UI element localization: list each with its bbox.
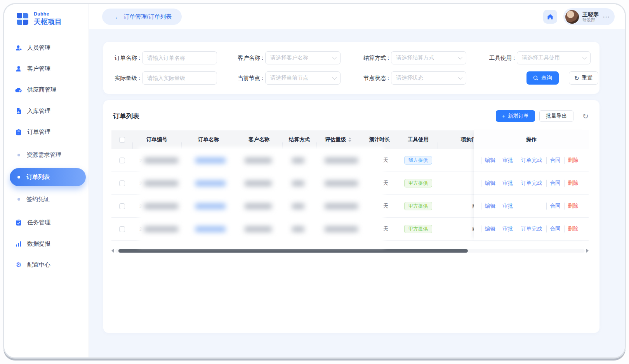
edit-link[interactable]: 编辑 xyxy=(481,180,499,187)
contract-link[interactable]: 合同 xyxy=(546,180,564,187)
sidebar-item-orders[interactable]: 订单管理 xyxy=(11,124,82,140)
table-card-header: 订单列表 + 新增订单 批量导出 ↻ xyxy=(103,100,599,122)
bullet-dot-icon xyxy=(17,154,20,156)
filter-label: 订单名称 : xyxy=(113,54,140,62)
col-tool: 工具使用 xyxy=(399,136,438,143)
sidebar-item-label: 任务管理 xyxy=(27,219,50,226)
sidebar: Dubhe 天枢项目 人员管理 客户管理 供应商管理 入 xyxy=(4,4,89,357)
col-settlement: 结算方式 xyxy=(282,136,316,143)
refresh-table-icon[interactable]: ↻ xyxy=(582,113,589,120)
tool-usage-select[interactable]: 请选择工具使用 xyxy=(517,51,591,64)
breadcrumb[interactable]: → 订单管理/订单列表 xyxy=(102,9,182,25)
customer-icon xyxy=(15,65,22,72)
brand-logo-icon xyxy=(15,12,30,26)
user-menu[interactable]: 王晓寒 研发部 ··· xyxy=(563,8,615,25)
gear-icon: ⚙ xyxy=(15,261,22,268)
filter-label: 实际量级 : xyxy=(113,75,140,82)
row-checkbox[interactable] xyxy=(119,203,125,209)
bar-chart-icon xyxy=(15,240,22,247)
user-dept: 研发部 xyxy=(582,17,599,23)
edit-link[interactable]: 编辑 xyxy=(481,225,499,232)
tool-tag: 甲方提供 xyxy=(404,225,432,234)
sidebar-item-order-list[interactable]: 订单列表 xyxy=(10,168,86,186)
filter-panel: 订单名称 : 客户名称 : 请选择客户名称 结算方式 : 请选择结算方式 工具使… xyxy=(103,42,599,94)
reset-button[interactable]: ↻ 重置 xyxy=(569,71,598,85)
sidebar-item-suppliers[interactable]: 供应商管理 xyxy=(11,82,82,97)
select-all-checkbox[interactable] xyxy=(119,137,125,143)
settlement-select[interactable]: 请选择结算方式 xyxy=(391,51,466,64)
approve-link[interactable]: 审批 xyxy=(499,203,517,210)
scrollbar-thumb[interactable] xyxy=(118,249,468,253)
scrollbar-track[interactable] xyxy=(115,249,585,253)
search-button[interactable]: 查询 xyxy=(526,71,559,85)
row-checkbox[interactable] xyxy=(119,158,125,163)
sidebar-item-customers[interactable]: 客户管理 xyxy=(11,61,82,76)
row-actions: 编辑 审批 订单完成 合同 删除 xyxy=(474,172,589,195)
chevron-down-icon xyxy=(582,55,587,59)
filter-current-node: 当前节点 : 请选择当前节点 xyxy=(235,71,341,85)
row-checkbox[interactable] xyxy=(119,180,125,186)
home-button[interactable] xyxy=(543,10,557,24)
bullet-dot-icon xyxy=(17,176,20,179)
current-node-select[interactable]: 请选择当前节点 xyxy=(265,71,341,85)
chevron-down-icon xyxy=(458,55,462,59)
scroll-right-arrow-icon[interactable] xyxy=(586,249,589,253)
order-name-input[interactable] xyxy=(142,51,217,64)
sidebar-item-tasks[interactable]: 任务管理 xyxy=(11,215,82,230)
sidebar-item-label: 配置中心 xyxy=(27,261,50,269)
brand-text: Dubhe 天枢项目 xyxy=(34,11,62,26)
user-info: 王晓寒 研发部 xyxy=(582,11,599,23)
filter-buttons: 查询 ↻ 重置 xyxy=(526,71,598,85)
row-actions: 编辑 审批 订单完成 合同 删除 xyxy=(474,218,589,241)
app-window: Dubhe 天枢项目 人员管理 客户管理 供应商管理 入 xyxy=(4,4,625,357)
complete-link[interactable]: 订单完成 xyxy=(517,180,546,187)
sidebar-item-inbound[interactable]: 入库管理 xyxy=(11,103,82,119)
complete-link[interactable]: 订单完成 xyxy=(517,157,546,164)
sidebar-item-contract-voucher[interactable]: 签约凭证 xyxy=(11,191,82,207)
complete-link[interactable]: 订单完成 xyxy=(517,225,546,232)
sidebar-item-label: 订单列表 xyxy=(26,173,50,181)
bullet-dot-icon xyxy=(17,198,20,201)
row-checkbox[interactable] xyxy=(119,226,125,232)
node-status-select[interactable]: 请选择状态 xyxy=(391,71,466,85)
col-order-name: 订单名称 xyxy=(181,136,236,143)
sort-icon[interactable] xyxy=(348,137,351,142)
panel-title: 订单列表 xyxy=(113,112,139,121)
filter-actual-magnitude: 实际量级 : xyxy=(113,71,217,85)
delete-link[interactable]: 删除 xyxy=(564,157,582,164)
sidebar-item-resource-demand[interactable]: 资源需求管理 xyxy=(11,147,82,163)
batch-export-button[interactable]: 批量导出 xyxy=(539,110,573,122)
contract-link[interactable]: 合同 xyxy=(546,203,564,210)
sidebar-item-label: 订单管理 xyxy=(27,128,50,136)
sidebar-item-personnel[interactable]: 人员管理 xyxy=(11,40,82,55)
edit-link[interactable]: 编辑 xyxy=(481,203,499,210)
col-duration: 预计时长 xyxy=(360,136,399,143)
scroll-left-arrow-icon[interactable] xyxy=(111,249,114,253)
customer-name-select[interactable]: 请选择客户名称 xyxy=(265,51,341,64)
col-customer: 客户名称 xyxy=(236,136,282,143)
contract-link[interactable]: 合同 xyxy=(546,157,564,164)
fixed-actions-column: 操作 编辑 审批 订单完成 合同 删除 编辑 审批 订单完成 合同 删除 xyxy=(474,130,589,241)
add-order-button[interactable]: + 新增订单 xyxy=(496,110,535,122)
delete-link[interactable]: 删除 xyxy=(564,180,582,187)
sidebar-item-settings[interactable]: ⚙ 配置中心 xyxy=(11,257,82,272)
chevron-down-icon xyxy=(332,75,337,80)
row-actions: 编辑 审批 合同 删除 xyxy=(474,195,589,218)
chevron-down-icon xyxy=(458,75,462,80)
avatar xyxy=(565,10,579,24)
delete-link[interactable]: 删除 xyxy=(564,225,582,232)
actual-magnitude-input[interactable] xyxy=(142,71,217,85)
approve-link[interactable]: 审批 xyxy=(499,157,517,164)
delete-link[interactable]: 删除 xyxy=(564,203,582,210)
filter-label: 客户名称 : xyxy=(235,54,263,62)
filter-node-status: 节点状态 : 请选择状态 xyxy=(361,71,466,85)
sidebar-item-label: 入库管理 xyxy=(27,107,50,115)
breadcrumb-text: 订单管理/订单列表 xyxy=(123,13,172,21)
contract-link[interactable]: 合同 xyxy=(546,225,564,232)
approve-link[interactable]: 审批 xyxy=(499,225,517,232)
row-actions: 编辑 审批 订单完成 合同 删除 xyxy=(474,149,589,172)
edit-link[interactable]: 编辑 xyxy=(481,157,499,164)
sidebar-item-data-report[interactable]: 数据提报 xyxy=(11,236,82,251)
approve-link[interactable]: 审批 xyxy=(499,180,517,187)
sidebar-item-label: 资源需求管理 xyxy=(26,151,61,159)
